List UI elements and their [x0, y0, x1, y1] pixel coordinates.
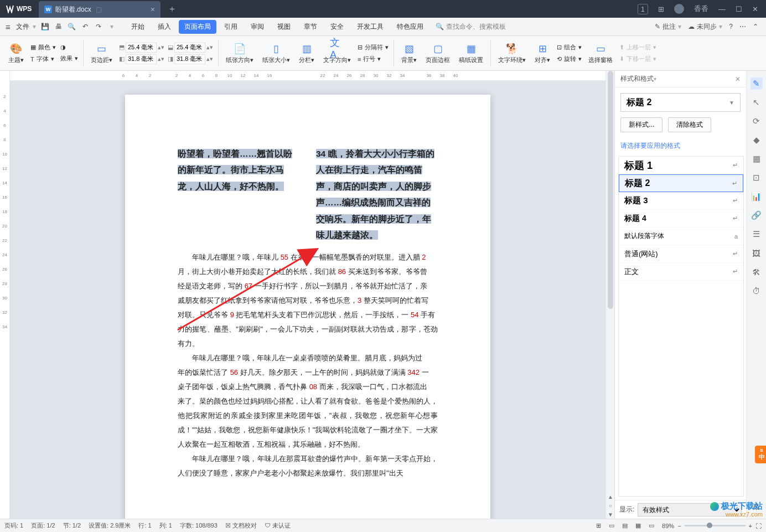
help-icon[interactable]: ?	[729, 23, 733, 30]
app-logo[interactable]: WPS	[0, 0, 39, 18]
zoom-in-icon[interactable]: +	[749, 523, 752, 529]
view-mode-icon[interactable]: ⊞	[596, 522, 601, 529]
style-item[interactable]: 默认段落字体a	[619, 228, 743, 245]
more-icon[interactable]: ⋯	[739, 23, 746, 30]
effect-button[interactable]: ◑	[60, 44, 78, 51]
selection-pane-button[interactable]: ▭选择窗格	[586, 43, 615, 64]
page[interactable]: 盼望着，盼望着……翘首以盼的新年近了。街市上车水马龙，人山人海，好不热闹。 34…	[125, 95, 490, 519]
select-rail-icon[interactable]: ↖	[751, 96, 763, 109]
vertical-scrollbar[interactable]: ▲ ○ ▼	[605, 71, 614, 519]
grid-paper-button[interactable]: ▦稿纸设置	[457, 43, 485, 64]
body-text[interactable]: 年味儿在哪里？哦，年味儿 55 在爷爷一幅幅笔墨飘香的对联里。进入腊 2 月，街…	[178, 250, 438, 481]
margin-right-input[interactable]	[174, 54, 205, 64]
text-wrap-button[interactable]: 🐕文字环绕▾	[496, 43, 528, 64]
ribbon-tab-特色应用[interactable]: 特色应用	[391, 20, 429, 34]
document-viewport[interactable]: 盼望着，盼望着……翘首以盼的新年近了。街市上车水马龙，人山人海，好不热闹。 34…	[10, 81, 605, 519]
tab-close-icon[interactable]: ×	[145, 5, 155, 14]
panel-close-icon[interactable]: ✕	[735, 75, 741, 83]
fullscreen-icon[interactable]: ⛶	[755, 523, 762, 529]
ribbon-tab-页面布局[interactable]: 页面布局	[179, 20, 216, 34]
view-web-icon[interactable]: ▤	[622, 522, 628, 529]
text-direction-button[interactable]: 文A文字方向▾	[321, 43, 353, 64]
refresh-rail-icon[interactable]: ⟳	[751, 115, 763, 127]
selected-text-col2[interactable]: 34 瞧，拎着大大小小行李箱的人在街上行走，汽车的鸣笛声，商店的叫卖声，人的脚步…	[316, 149, 434, 240]
user-avatar[interactable]	[674, 4, 684, 14]
ribbon-tab-开发工具[interactable]: 开发工具	[351, 20, 389, 34]
menu-icon[interactable]: ≡	[6, 22, 11, 32]
styles-rail-icon[interactable]: ✎	[751, 78, 763, 90]
ribbon-tab-插入[interactable]: 插入	[152, 20, 177, 34]
status-section[interactable]: 节: 1/2	[63, 521, 81, 530]
ribbon-tab-引用[interactable]: 引用	[219, 20, 243, 34]
chart-rail-icon[interactable]: 📊	[751, 190, 763, 203]
zoom-out-icon[interactable]: −	[677, 523, 681, 529]
style-list[interactable]: 标题 1↵标题 2↵标题 3↵标题 4↵默认段落字体a普通(网站)↵正文↵	[618, 156, 744, 497]
style-item[interactable]: 标题 2↵	[619, 174, 743, 192]
scroll-up-icon[interactable]: ▲	[606, 492, 615, 501]
print-icon[interactable]: 🖶	[53, 20, 65, 33]
ribbon-tab-审阅[interactable]: 审阅	[245, 20, 270, 34]
current-style-selector[interactable]: 标题 2 ▼	[620, 93, 741, 112]
settings-rail-icon[interactable]: ⚙	[751, 501, 763, 513]
undo-icon[interactable]: ↶	[79, 20, 91, 33]
break-button[interactable]: ⊟分隔符▾	[358, 43, 389, 51]
group-button[interactable]: ⊡组合▾	[557, 43, 582, 51]
qat-dropdown-icon[interactable]: ▾	[106, 20, 118, 33]
columns-button[interactable]: ▥分栏▾	[297, 43, 317, 64]
zoom-control[interactable]: 89% − + ⛶	[662, 523, 762, 529]
file-menu[interactable]: 文件	[16, 22, 29, 32]
save-icon[interactable]: 💾	[39, 20, 51, 33]
scroll-mid-icon[interactable]: ○	[606, 501, 615, 510]
apps-icon[interactable]: ⊞	[658, 5, 664, 13]
status-proofing[interactable]: ☒ 文档校对	[225, 521, 257, 530]
ai-rail-icon[interactable]: ⊡	[751, 172, 763, 184]
margin-bottom-input[interactable]	[174, 43, 205, 53]
status-position[interactable]: 设置值: 2.9厘米	[89, 521, 131, 530]
page-border-button[interactable]: ▢页面边框	[423, 43, 452, 64]
table-rail-icon[interactable]: ▦	[751, 153, 763, 165]
view-outline-icon[interactable]: ▦	[635, 522, 641, 529]
annotate-button[interactable]: ✎批注▾	[655, 22, 681, 32]
orientation-button[interactable]: 📄纸张方向▾	[224, 43, 256, 64]
close-icon[interactable]: ✕	[752, 5, 758, 13]
command-search[interactable]: 🔍 查找命令、搜索模板	[436, 22, 506, 32]
style-item[interactable]: 普通(网站)↵	[619, 245, 743, 263]
ribbon-tab-安全[interactable]: 安全	[325, 20, 349, 34]
document-tab[interactable]: W 盼望着.docx ▢ ×	[39, 1, 161, 18]
status-words[interactable]: 字数: 108/893	[180, 521, 218, 530]
style-item[interactable]: 正文↵	[619, 263, 743, 281]
background-button[interactable]: ▧背景▾	[399, 43, 419, 64]
scrollbar-thumb[interactable]	[608, 71, 613, 309]
zoom-value[interactable]: 89%	[662, 523, 674, 529]
font-button[interactable]: T字体▾	[30, 55, 56, 63]
rotate-button[interactable]: ⟲旋转▾	[557, 55, 582, 63]
new-style-button[interactable]: 新样式...	[620, 117, 663, 132]
status-row[interactable]: 行: 1	[138, 521, 151, 530]
color-button[interactable]: ▦颜色▾	[30, 43, 56, 51]
maximize-icon[interactable]: ☐	[736, 5, 742, 13]
horizontal-ruler[interactable]: 64224681012141622242628303234363840	[10, 71, 605, 81]
scroll-down-icon[interactable]: ▼	[606, 510, 615, 519]
align-button[interactable]: ⊞对齐▾	[532, 43, 552, 64]
show-filter-select[interactable]: 有效样式	[638, 503, 742, 516]
outline-rail-icon[interactable]: ☰	[751, 228, 763, 240]
theme-button[interactable]: 🎨 主题▾	[6, 43, 26, 64]
effect-label[interactable]: 效果▾	[60, 54, 78, 63]
preview-icon[interactable]: 🔍	[66, 20, 78, 33]
user-name[interactable]: 香香	[694, 4, 708, 14]
tab-window-icon[interactable]: ▢	[96, 6, 102, 13]
margin-left-input[interactable]	[126, 54, 157, 64]
line-number-button[interactable]: ≡行号▾	[358, 55, 389, 63]
ribbon-tab-开始[interactable]: 开始	[126, 20, 150, 34]
margins-button[interactable]: ▭ 页边距▾	[89, 43, 115, 64]
notification-badge[interactable]: 1	[638, 4, 648, 14]
ribbon-tab-章节[interactable]: 章节	[298, 20, 323, 34]
new-tab-button[interactable]: ＋	[164, 1, 180, 17]
collapse-ribbon-icon[interactable]: ⌃	[753, 23, 758, 30]
zoom-slider[interactable]	[685, 525, 746, 526]
status-col[interactable]: 列: 1	[159, 521, 172, 530]
sync-button[interactable]: ☁未同步▾	[688, 22, 722, 32]
shape-rail-icon[interactable]: ◆	[751, 134, 763, 146]
tools-rail-icon[interactable]: 🛠	[751, 266, 763, 278]
reading-mode-icon[interactable]: ▭	[649, 522, 654, 529]
